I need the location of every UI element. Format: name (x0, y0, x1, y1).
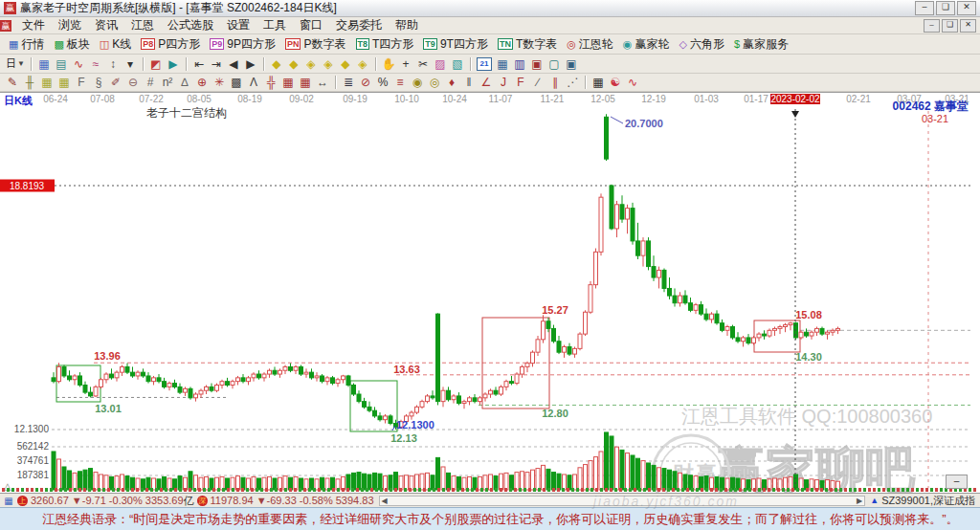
gann-diamond-1-icon[interactable]: ◆ (268, 56, 285, 72)
menu-6[interactable]: 工具 (256, 16, 293, 34)
percent-lines-icon[interactable]: ≡ (391, 75, 409, 90)
chouma-dist-icon[interactable]: ◩ (147, 56, 165, 72)
goto-last-icon[interactable]: ⇥ (208, 56, 225, 72)
gann-diamond-2-icon[interactable]: ◆ (285, 56, 302, 72)
polyline-icon[interactable]: ▧ (449, 56, 466, 72)
red-box-icon[interactable]: ▦ (279, 75, 297, 90)
window-combo-icon[interactable]: ▦ (35, 56, 53, 72)
speed-lines-icon[interactable]: ≣ (340, 75, 357, 90)
info-panel-icon[interactable]: ▤ (53, 56, 70, 72)
gann-diamond-5-icon[interactable]: ◆ (337, 56, 354, 72)
draw-pen-icon[interactable]: ✎ (4, 75, 21, 90)
target-circle-icon[interactable]: ⊕ (193, 75, 211, 90)
grid-pane-icon[interactable]: ▦ (590, 75, 607, 90)
scissors-icon[interactable]: ✂ (414, 56, 432, 72)
menu-1[interactable]: 浏览 (52, 16, 88, 34)
diamond-one-icon[interactable]: ♦ (443, 75, 460, 90)
menu-2[interactable]: 资讯 (88, 16, 124, 34)
gann-wheel-button[interactable]: ◎江恩轮 (562, 35, 618, 53)
menu-7[interactable]: 窗口 (293, 16, 329, 34)
p-square-button[interactable]: P8P四方形 (136, 35, 205, 53)
gann-grid-icon[interactable]: ╫ (21, 75, 38, 90)
red-box2-icon[interactable]: ▦ (297, 75, 314, 90)
j-line-icon[interactable]: J (495, 75, 512, 90)
arc-tool-icon[interactable]: ⊖ (124, 75, 142, 90)
shenzhen-index-icon[interactable]: 深 (197, 496, 208, 506)
eraser-icon[interactable]: ▨ (432, 56, 449, 72)
gann-angle-icon[interactable]: ∠ (478, 75, 495, 90)
wave-icon[interactable]: ∿ (624, 75, 641, 90)
red-grid-icon[interactable]: ╬ (262, 75, 279, 90)
f-line-icon[interactable]: F (512, 75, 529, 90)
hexagon-button[interactable]: ◇六角形 (674, 35, 728, 53)
flag-tool-icon[interactable]: F (73, 75, 90, 90)
golden-section-icon[interactable]: ◎ (426, 75, 443, 90)
screenshot-icon[interactable]: ▢ (546, 56, 563, 72)
percent-slash-icon[interactable]: ⊘ (357, 75, 374, 90)
next-kline-icon[interactable]: ▶ (242, 56, 259, 72)
chart-window[interactable]: 江恩工具软件 QQ:100800360赢家聊吧财赢562142374761187… (0, 92, 980, 493)
scroll-left-icon[interactable]: ◀ (382, 497, 388, 505)
menu-8[interactable]: 交易委托 (329, 16, 389, 34)
period-selector[interactable]: 日▼ (4, 56, 27, 71)
time-box2-icon[interactable]: ▦ (56, 75, 73, 90)
current-index-label[interactable]: ▲ SZ399001,深证成指 (870, 494, 977, 508)
t-square-button[interactable]: T8T四方形 (351, 35, 419, 53)
t-number-table-button[interactable]: TNT数字表 (493, 35, 562, 53)
multi-slope-icon[interactable]: ⋰ (564, 75, 581, 90)
menu-9[interactable]: 帮助 (389, 16, 425, 34)
send-message-icon[interactable]: ▣ (563, 56, 580, 72)
t9-square-button[interactable]: T99T四方形 (418, 35, 493, 53)
parallel-lines-icon[interactable]: ‖ (460, 75, 478, 90)
minimize-button[interactable]: – (915, 1, 934, 15)
mdi-control-1[interactable]: ❏ (942, 19, 958, 33)
shanghai-index-icon[interactable]: 上 (17, 496, 28, 506)
peak-marker-icon[interactable]: Λ (245, 75, 262, 90)
close-button[interactable]: ✕ (957, 1, 976, 15)
menu-3[interactable]: 江恩 (124, 16, 161, 34)
collapse-volume-button[interactable]: – (946, 475, 968, 489)
p9-square-button[interactable]: P99P四方形 (205, 35, 280, 53)
gann-diamond-6-icon[interactable]: ◈ (354, 56, 371, 72)
calendar-21-icon[interactable]: 21 (477, 57, 492, 71)
scroll-right-icon[interactable]: ▶ (857, 497, 862, 505)
calculator-icon[interactable]: ▦ (494, 56, 511, 72)
prev-kline-icon[interactable]: ◀ (225, 56, 242, 72)
crosshair-icon[interactable]: + (397, 56, 414, 72)
spiral-tool-icon[interactable]: § (90, 75, 107, 90)
yinyang-icon[interactable]: ☯ (607, 75, 624, 90)
angle-a-icon[interactable]: ∆ (176, 75, 193, 90)
p-number-table-button[interactable]: PNP数字表 (280, 35, 351, 53)
menu-5[interactable]: 设置 (220, 16, 256, 34)
pan-hand-icon[interactable]: ✋ (380, 56, 397, 72)
gann-diamond-4-icon[interactable]: ◈ (320, 56, 337, 72)
market-quotes-button[interactable]: ▦行情 (4, 35, 49, 53)
maximize-button[interactable]: ❏ (936, 1, 955, 15)
time-box-icon[interactable]: ▦ (38, 75, 56, 90)
double-slope-icon[interactable]: ∥ (546, 75, 564, 90)
n-square-icon[interactable]: n² (159, 75, 176, 90)
goto-first-icon[interactable]: ⇤ (190, 56, 208, 72)
kline-chart-canvas[interactable]: 江恩工具软件 QQ:100800360赢家聊吧财赢562142374761187… (0, 93, 980, 494)
chart-type-dropdown-icon[interactable]: ▾ (122, 56, 139, 72)
slope-line-icon[interactable]: ∕ (529, 75, 546, 90)
horizontal-scrollbar[interactable]: ◀ ▶ (379, 496, 866, 506)
winner-wheel-button[interactable]: ◉赢家轮 (618, 35, 675, 53)
width-adjust-icon[interactable]: ↔ (314, 75, 331, 90)
winner-service-button[interactable]: $赢家服务 (729, 35, 793, 53)
tally-grid-icon[interactable]: # (142, 75, 159, 90)
quote-grid-icon[interactable]: ▦ (3, 496, 14, 506)
menu-0[interactable]: 文件 (15, 16, 52, 34)
pattern-box-icon[interactable]: ▩ (228, 75, 245, 90)
sectors-button[interactable]: ▩板块 (49, 35, 94, 53)
ribbon-indicator-icon[interactable]: ▶ (165, 56, 182, 72)
mdi-control-0[interactable]: – (924, 19, 940, 33)
axis-scale-icon[interactable]: ↕ (104, 56, 122, 72)
gann-diamond-3-icon[interactable]: ◈ (302, 56, 320, 72)
percent-icon[interactable]: % (374, 75, 391, 90)
golden-circle-icon[interactable]: ◉ (409, 75, 426, 90)
measure-pen-icon[interactable]: ✐ (107, 75, 124, 90)
ray-star-icon[interactable]: ✳ (211, 75, 228, 90)
kline-button[interactable]: ◫K线 (95, 35, 136, 53)
mdi-control-2[interactable]: ✕ (960, 19, 976, 33)
